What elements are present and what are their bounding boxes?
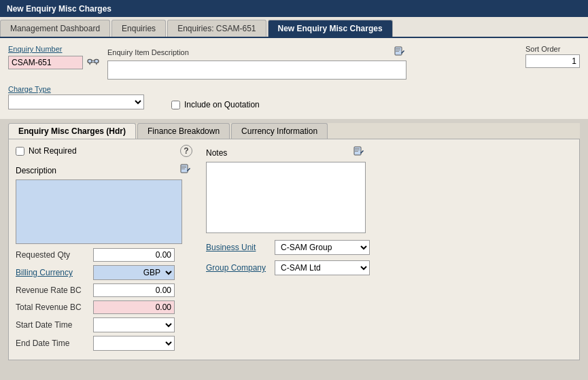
description-textarea[interactable]	[16, 179, 182, 244]
billing-currency-row: Billing Currency GBP USD EUR	[16, 265, 192, 280]
sort-order-group: Sort Order	[525, 45, 580, 68]
enquiry-item-desc-label: Enquiry Item Description	[107, 48, 189, 56]
notes-edit-button[interactable]	[352, 145, 366, 160]
enquiry-item-desc-edit-button[interactable]	[393, 45, 407, 61]
inner-tab-finance[interactable]: Finance Breakdown	[137, 123, 230, 139]
revenue-rate-bc-input[interactable]	[93, 283, 175, 297]
notes-section: Notes	[206, 145, 572, 233]
description-edit-button[interactable]	[179, 162, 192, 178]
charge-type-label[interactable]: Charge Type	[8, 85, 144, 93]
svg-rect-6	[396, 48, 400, 49]
not-required-checkbox[interactable]	[16, 147, 24, 156]
sort-order-label: Sort Order	[525, 45, 580, 53]
hdr-tab-content: Not Required ? Description	[8, 139, 580, 360]
svg-rect-13	[181, 169, 185, 169]
requested-qty-row: Requested Qty	[16, 248, 192, 262]
notes-label: Notes	[206, 148, 227, 158]
svg-rect-17	[355, 150, 360, 150]
start-date-time-row: Start Date Time	[16, 317, 192, 332]
total-revenue-bc-row: Total Revenue BC	[16, 300, 192, 314]
sort-order-input[interactable]	[525, 54, 580, 68]
description-label: Description	[16, 166, 56, 175]
svg-rect-2	[92, 61, 94, 63]
include-quotation-group: Include on Quotation	[151, 85, 260, 109]
left-column: Not Required ? Description	[16, 145, 192, 354]
business-unit-select[interactable]: C-SAM Group	[275, 240, 370, 255]
inner-tab-bar: Enquiry Misc Charges (Hdr) Finance Break…	[8, 123, 580, 139]
revenue-rate-bc-label: Revenue Rate BC	[16, 286, 90, 295]
window-title: New Enquiry Misc Charges	[7, 4, 111, 14]
charge-type-group: Charge Type	[8, 85, 144, 109]
business-unit-label[interactable]: Business Unit	[206, 243, 271, 252]
tab-enquiries-csam[interactable]: Enquiries: CSAM-651	[167, 20, 266, 37]
tab-management[interactable]: Management Dashboard	[0, 20, 110, 37]
desc-header: Description	[16, 162, 192, 178]
charge-type-select[interactable]	[8, 94, 144, 109]
svg-rect-11	[181, 166, 186, 167]
end-date-time-row: End Date Time	[16, 336, 192, 351]
billing-currency-select[interactable]: GBP USD EUR	[93, 265, 175, 280]
enquiry-number-group: Enquiry Number	[8, 45, 101, 70]
not-required-label: Not Required	[29, 146, 77, 156]
title-bar: New Enquiry Misc Charges	[0, 0, 588, 17]
enquiry-item-desc-group: Enquiry Item Description	[107, 45, 519, 80]
include-quotation-label: Include on Quotation	[184, 100, 260, 109]
include-quotation-row: Include on Quotation	[171, 100, 260, 109]
enquiry-number-input[interactable]	[8, 56, 83, 69]
svg-rect-7	[396, 50, 400, 50]
business-unit-row: Business Unit C-SAM Group	[206, 240, 572, 255]
notes-header: Notes	[206, 145, 366, 160]
enquiry-number-input-row	[8, 54, 101, 70]
main-content: Enquiry Number Enquiry Item Description	[0, 38, 588, 119]
inner-tab-currency[interactable]: Currency Information	[231, 123, 328, 139]
requested-qty-input[interactable]	[93, 248, 175, 262]
main-tab-bar: Management Dashboard Enquiries Enquiries…	[0, 17, 588, 38]
tab-enquiries[interactable]: Enquiries	[111, 20, 166, 37]
include-quotation-checkbox[interactable]	[171, 101, 180, 109]
enquiry-number-label[interactable]: Enquiry Number	[8, 45, 101, 53]
svg-rect-12	[181, 167, 186, 168]
second-form-row: Charge Type Include on Quotation	[8, 85, 580, 109]
enquiry-item-desc-input[interactable]	[107, 61, 407, 80]
help-icon: ?	[184, 146, 188, 156]
svg-rect-8	[396, 51, 399, 52]
total-revenue-bc-input[interactable]	[93, 300, 175, 314]
start-date-time-select[interactable]	[93, 317, 175, 332]
tab-new-enquiry[interactable]: New Enquiry Misc Charges	[268, 20, 393, 37]
not-required-row: Not Required ?	[16, 145, 192, 157]
inner-tab-hdr[interactable]: Enquiry Misc Charges (Hdr)	[8, 123, 136, 139]
top-form-row: Enquiry Number Enquiry Item Description	[8, 45, 580, 80]
svg-rect-18	[355, 151, 358, 152]
svg-rect-16	[355, 148, 360, 149]
revenue-rate-bc-row: Revenue Rate BC	[16, 283, 192, 297]
end-date-time-select[interactable]	[93, 336, 175, 351]
right-column: Notes	[206, 145, 572, 354]
hdr-two-col: Not Required ? Description	[16, 145, 572, 354]
requested-qty-label: Requested Qty	[16, 250, 90, 260]
edit-icon	[394, 46, 405, 57]
svg-rect-1	[94, 59, 99, 63]
notes-textarea[interactable]	[206, 162, 366, 233]
end-date-time-label: End Date Time	[16, 339, 90, 348]
billing-currency-label[interactable]: Billing Currency	[16, 268, 90, 277]
start-date-time-label: Start Date Time	[16, 320, 90, 330]
description-edit-icon	[180, 164, 191, 175]
help-button[interactable]: ?	[180, 145, 192, 157]
svg-rect-0	[88, 59, 92, 63]
binoculars-icon	[87, 56, 99, 67]
group-company-label[interactable]: Group Company	[206, 263, 271, 273]
notes-edit-icon	[353, 146, 364, 157]
group-company-row: Group Company C-SAM Ltd	[206, 260, 572, 275]
enquiry-number-search-button[interactable]	[86, 54, 101, 70]
inner-tab-section: Enquiry Misc Charges (Hdr) Finance Break…	[8, 123, 580, 360]
group-company-select[interactable]: C-SAM Ltd	[275, 260, 370, 275]
total-revenue-bc-label: Total Revenue BC	[16, 303, 90, 312]
